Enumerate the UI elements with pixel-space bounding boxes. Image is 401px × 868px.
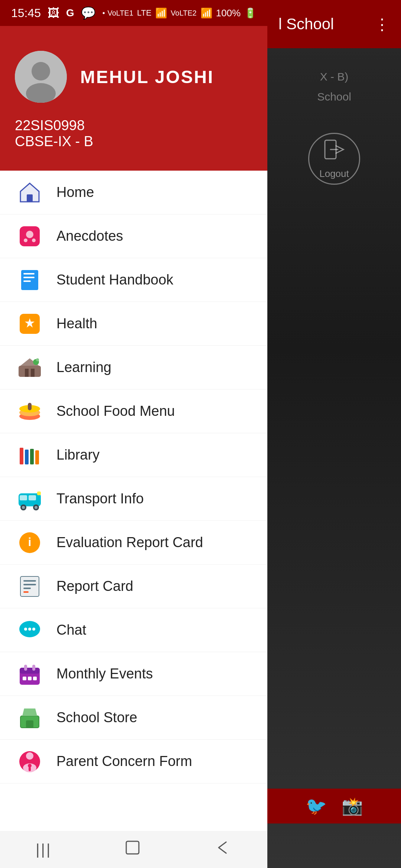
volte2-label: VoLTE2: [171, 9, 197, 17]
user-name: MEHUL JOSHI: [80, 67, 214, 87]
svg-point-3: [32, 62, 50, 80]
svg-text:i: i: [28, 535, 32, 549]
learning-icon: [16, 354, 43, 381]
signal2-icon: 📶: [200, 7, 212, 19]
svg-rect-15: [19, 366, 41, 377]
menu-item-store[interactable]: School Store: [0, 696, 267, 740]
menu-item-library[interactable]: Library: [0, 433, 267, 477]
food-label: School Food Menu: [56, 403, 175, 419]
svg-rect-11: [23, 273, 35, 274]
svg-rect-58: [26, 720, 33, 728]
user-class: CBSE-IX - B: [15, 134, 252, 149]
menu-item-health[interactable]: Health: [0, 302, 267, 346]
svg-rect-27: [35, 450, 39, 464]
evaluation-label: Evaluation Report Card: [56, 535, 203, 550]
learning-label: Learning: [56, 359, 111, 375]
store-icon: [16, 704, 43, 731]
svg-point-19: [36, 358, 39, 361]
svg-rect-38: [20, 576, 39, 596]
svg-rect-16: [25, 369, 29, 377]
menu-item-report[interactable]: Report Card: [0, 565, 267, 608]
svg-rect-51: [24, 665, 27, 671]
right-panel-subtext: School: [317, 91, 351, 103]
twitter-icon[interactable]: 🐦: [306, 796, 327, 816]
user-id: 22SIS0998: [15, 118, 252, 134]
svg-rect-35: [37, 491, 41, 495]
svg-rect-13: [23, 280, 31, 282]
menu-item-anecdotes[interactable]: Anecdotes: [0, 214, 267, 258]
message-icon: 💬: [81, 6, 96, 20]
right-panel-content: X - B) School Logout: [267, 48, 401, 200]
events-label: Monthly Events: [56, 666, 153, 682]
svg-rect-29: [20, 495, 27, 500]
svg-rect-41: [23, 584, 36, 585]
svg-point-8: [24, 239, 27, 242]
svg-rect-63: [29, 767, 31, 771]
transport-icon: [16, 486, 43, 512]
svg-point-9: [32, 239, 36, 242]
right-panel-title: l School: [278, 15, 334, 33]
events-icon: [16, 661, 43, 687]
menu-item-home[interactable]: Home: [0, 171, 267, 214]
svg-rect-43: [23, 591, 29, 593]
home-icon: [16, 179, 43, 206]
google-icon: G: [66, 7, 74, 19]
gallery-icon: 🖼: [48, 6, 59, 20]
recent-apps-button[interactable]: |||: [36, 841, 52, 858]
handbook-label: Student Handbook: [56, 272, 173, 288]
chat-label: Chat: [56, 622, 86, 638]
menu-item-chat[interactable]: Chat: [0, 608, 267, 652]
svg-rect-25: [25, 450, 29, 464]
menu-item-evaluation[interactable]: iEvaluation Report Card: [0, 521, 267, 565]
handbook-icon: [16, 267, 43, 293]
evaluation-icon: i: [16, 529, 43, 556]
battery-percent: 100%: [216, 7, 241, 19]
more-options-icon[interactable]: ⋮: [374, 15, 390, 33]
avatar: [15, 51, 67, 103]
menu-list: HomeAnecdotesStudent HandbookHealthLearn…: [0, 171, 267, 868]
drawer-header: MEHUL JOSHI 22SIS0998 CBSE-IX - B: [0, 26, 267, 171]
svg-rect-42: [23, 588, 31, 589]
concern-icon: [16, 748, 43, 775]
logout-icon: [323, 138, 345, 165]
logout-button[interactable]: Logout: [308, 133, 360, 185]
menu-item-transport[interactable]: Transport Info: [0, 477, 267, 521]
anecdotes-icon: [16, 223, 43, 250]
menu-item-events[interactable]: Monthly Events: [0, 652, 267, 696]
back-button[interactable]: [213, 838, 232, 861]
svg-rect-53: [23, 677, 26, 680]
right-panel: l School ⋮ X - B) School Logout 🐦 📸: [267, 0, 401, 868]
food-icon: [16, 398, 43, 425]
svg-rect-12: [23, 277, 35, 278]
svg-rect-50: [20, 668, 40, 674]
logout-label: Logout: [319, 168, 349, 180]
library-icon: [16, 442, 43, 468]
instagram-icon[interactable]: 📸: [342, 796, 363, 816]
transport-label: Transport Info: [56, 491, 144, 507]
svg-rect-52: [32, 665, 35, 671]
menu-item-food[interactable]: School Food Menu: [0, 389, 267, 433]
navigation-drawer: 15:45 🖼 G 💬 • VoLTE1 LTE 📶 VoLTE2 📶 100%…: [0, 0, 267, 868]
svg-rect-5: [27, 194, 33, 202]
svg-rect-17: [31, 369, 35, 377]
svg-point-32: [22, 506, 25, 509]
report-icon: [16, 573, 43, 600]
menu-item-handbook[interactable]: Student Handbook: [0, 258, 267, 302]
svg-point-34: [35, 506, 38, 509]
menu-item-learning[interactable]: Learning: [0, 346, 267, 389]
social-bar: 🐦 📸: [267, 789, 401, 823]
signal1-icon: 📶: [155, 7, 167, 19]
menu-item-concern[interactable]: Parent Concern Form: [0, 740, 267, 783]
store-label: School Store: [56, 710, 137, 726]
right-panel-header: l School ⋮: [267, 0, 401, 48]
home-label: Home: [56, 184, 94, 200]
svg-rect-55: [33, 677, 37, 680]
battery-icon: 🔋: [244, 7, 256, 19]
svg-rect-64: [126, 841, 139, 854]
health-label: Health: [56, 316, 97, 332]
chat-icon: [16, 617, 43, 644]
volte1-label: VoLTE1: [107, 9, 133, 17]
svg-rect-30: [29, 495, 36, 500]
home-button[interactable]: [123, 838, 142, 861]
svg-point-48: [32, 628, 35, 631]
